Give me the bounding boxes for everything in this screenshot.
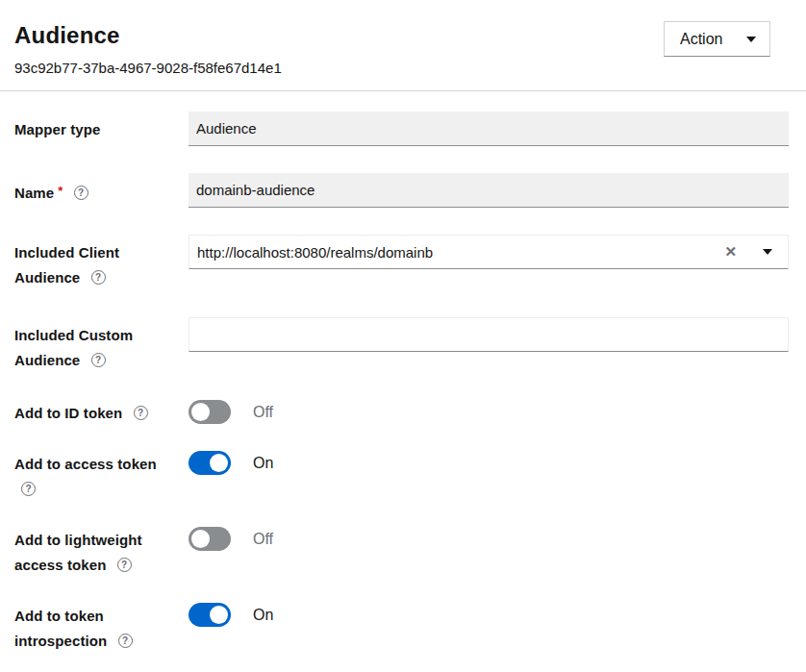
field-label-text: Add to access token [14,456,157,472]
field-label-included-custom-audience: Included Custom Audience [14,317,189,373]
add-to-lightweight-access-token-toggle[interactable] [189,527,231,551]
field-label-mapper-type: Mapper type [14,112,189,142]
form-row-add-to-lightweight-access-token: Add to lightweight access token Off [14,527,789,578]
name-input [189,173,789,208]
question-circle-icon[interactable] [91,270,106,285]
field-label-text: Included Custom Audience [14,327,133,368]
form-row-add-to-token-introspection: Add to token introspection On [14,603,789,654]
field-label-add-to-token-introspection: Add to token introspection [14,603,189,654]
form-row-included-custom-audience: Included Custom Audience [14,317,789,373]
included-custom-audience-input[interactable] [189,317,789,352]
add-to-id-token-toggle[interactable] [189,400,231,424]
mapper-type-input [189,112,789,146]
add-to-token-introspection-toggle-group: On [189,603,789,627]
field-label-add-to-lightweight-access-token: Add to lightweight access token [14,527,189,578]
form-row-add-to-id-token: Add to ID token Off [14,400,789,426]
add-to-access-token-toggle-group: On [189,451,789,475]
included-client-audience-select[interactable]: http://localhost:8080/realms/domainb [189,235,789,269]
field-label-name: Name* [14,173,189,206]
question-circle-icon[interactable] [134,406,148,420]
question-circle-icon[interactable] [117,558,132,572]
selected-audience-value: http://localhost:8080/realms/domainb [197,244,717,261]
form-row-add-to-access-token: Add to access token On [14,451,789,502]
form-row-name: Name* [14,173,789,208]
caret-down-icon [746,37,756,42]
toggle-state-label: Off [253,404,273,421]
toggle-knob [210,606,228,624]
toggle-state-label: On [253,455,273,472]
field-label-text: Mapper type [14,121,100,137]
page-header: Audience 93c92b77-37ba-4967-9028-f58fe67… [0,0,806,91]
toggle-knob [191,530,210,548]
question-circle-icon[interactable] [91,353,106,367]
add-to-access-token-toggle[interactable] [189,451,231,475]
form-row-mapper-type: Mapper type [14,112,789,146]
question-circle-icon[interactable] [118,634,133,648]
field-label-included-client-audience: Included Client Audience [14,235,189,290]
field-label-add-to-access-token: Add to access token [14,451,189,502]
required-asterisk: * [58,184,63,198]
add-to-id-token-toggle-group: Off [189,400,789,424]
add-to-token-introspection-toggle[interactable] [189,603,231,627]
form-row-included-client-audience: Included Client Audience http://localhos… [14,235,789,290]
mapper-details-form: Mapper type Name* Included Client Audien… [0,91,806,654]
action-dropdown-button[interactable]: Action [664,21,770,57]
field-label-add-to-id-token: Add to ID token [14,400,189,426]
toggle-knob [210,454,228,472]
caret-down-icon[interactable] [763,249,772,255]
field-label-text: Add to token introspection [14,608,107,649]
toggle-state-label: Off [253,531,273,548]
field-label-text: Add to ID token [14,405,122,421]
question-circle-icon[interactable] [74,186,88,200]
question-circle-icon[interactable] [21,482,36,496]
toggle-state-label: On [253,607,273,624]
action-dropdown-label: Action [680,31,722,48]
clear-icon[interactable] [717,244,744,259]
add-to-lightweight-access-token-toggle-group: Off [189,527,789,551]
toggle-knob [191,403,210,421]
field-label-text: Name [14,185,54,201]
mapper-id: 93c92b77-37ba-4967-9028-f58fe67d14e1 [14,60,791,76]
